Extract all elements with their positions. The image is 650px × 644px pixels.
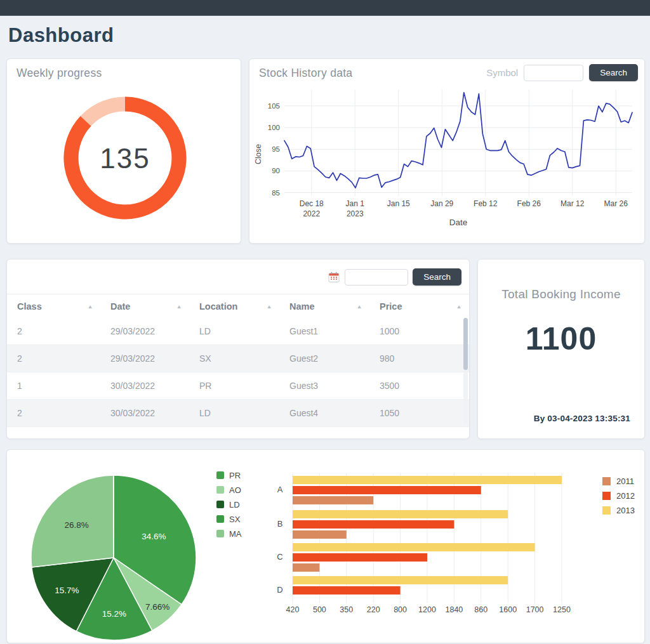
table-row[interactable]: 229/03/2022LDGuest11000 xyxy=(7,318,469,345)
stock-history-card: Stock History data Symbol Search Dec 182… xyxy=(249,58,645,244)
svg-text:2022: 2022 xyxy=(303,209,320,218)
sort-icon[interactable]: ▲ xyxy=(356,304,362,310)
income-value: 1100 xyxy=(478,320,644,357)
svg-text:Jan 1: Jan 1 xyxy=(346,199,365,208)
svg-text:2023: 2023 xyxy=(347,209,364,218)
bar-C-2011 xyxy=(293,563,319,572)
donut-value: 135 xyxy=(100,143,150,174)
svg-text:MA: MA xyxy=(229,529,242,539)
svg-text:Dec 18: Dec 18 xyxy=(300,199,324,208)
weekly-progress-card: Weekly progress 135 xyxy=(6,58,241,244)
income-title: Total Booking Income xyxy=(478,287,644,301)
svg-text:Feb 26: Feb 26 xyxy=(517,199,541,208)
svg-text:15.7%: 15.7% xyxy=(55,586,79,595)
class-distribution-pie-chart: 34.6%7.66%15.2%15.7%26.8%PRAOLDSXMA xyxy=(7,450,263,643)
column-header-label: Date xyxy=(110,301,130,312)
symbol-label: Symbol xyxy=(486,67,518,78)
bar-B-2013 xyxy=(293,510,508,518)
income-by-prefix: By xyxy=(534,414,545,423)
table-cell: Guest1 xyxy=(279,326,369,336)
table-cell: 980 xyxy=(369,353,469,364)
table-cell: 2 xyxy=(7,353,100,364)
svg-text:420: 420 xyxy=(286,605,300,614)
svg-text:2012: 2012 xyxy=(616,491,635,501)
svg-text:PR: PR xyxy=(229,471,241,480)
svg-text:7.66%: 7.66% xyxy=(145,602,169,612)
table-cell: 30/03/2022 xyxy=(100,408,189,418)
svg-text:LD: LD xyxy=(229,500,240,509)
svg-text:Feb 12: Feb 12 xyxy=(474,199,498,208)
table-cell: Guest3 xyxy=(279,381,369,391)
table-cell: Guest2 xyxy=(279,353,369,364)
symbol-input[interactable] xyxy=(524,65,583,81)
income-timestamp-value: 03-04-2023 13:35:31 xyxy=(547,414,630,423)
svg-text:85: 85 xyxy=(272,189,280,197)
sort-icon[interactable]: ▲ xyxy=(176,304,182,310)
table-header-row: Class▲Date▲Location▲Name▲Price▲ xyxy=(7,294,469,319)
svg-text:90: 90 xyxy=(272,167,280,174)
total-booking-income-card: Total Booking Income 1100 By 03-04-2023 … xyxy=(477,259,645,439)
column-header-price[interactable]: Price▲ xyxy=(369,301,469,312)
svg-text:Mar 12: Mar 12 xyxy=(560,199,585,208)
yearly-comparison-bar-chart: 42050035022080012001840860160017001250AB… xyxy=(261,450,644,643)
table-cell: 29/03/2022 xyxy=(100,353,189,364)
table-cell: 1050 xyxy=(369,408,469,418)
bar-C-2013 xyxy=(293,543,535,551)
svg-text:15.2%: 15.2% xyxy=(102,609,126,619)
bar-A-2013 xyxy=(293,476,562,484)
bar-A-2011 xyxy=(293,496,373,504)
table-row[interactable]: 230/03/2022LDGuest41050 xyxy=(7,400,469,427)
column-header-label: Class xyxy=(17,301,42,312)
table-cell: LD xyxy=(189,408,279,418)
svg-text:1200: 1200 xyxy=(418,605,436,614)
svg-text:C: C xyxy=(277,552,282,562)
sort-icon[interactable]: ▲ xyxy=(266,304,272,310)
column-header-label: Price xyxy=(380,301,402,312)
table-date-input[interactable] xyxy=(345,269,408,286)
table-scrollbar xyxy=(463,318,468,424)
weekly-progress-title: Weekly progress xyxy=(17,67,102,80)
bar-B-2012 xyxy=(293,520,454,529)
column-header-date[interactable]: Date▲ xyxy=(100,301,189,312)
column-header-name[interactable]: Name▲ xyxy=(279,301,369,312)
table-cell: LD xyxy=(189,326,279,336)
weekly-progress-donut-chart: 135 xyxy=(7,82,241,240)
sort-icon[interactable]: ▲ xyxy=(456,304,461,310)
table-cell: PR xyxy=(189,381,279,391)
svg-text:1600: 1600 xyxy=(499,605,517,614)
column-header-class[interactable]: Class▲ xyxy=(7,301,100,312)
column-header-label: Name xyxy=(289,301,315,312)
column-header-location[interactable]: Location▲ xyxy=(189,301,279,312)
svg-text:800: 800 xyxy=(394,605,407,614)
table-search-button[interactable]: Search xyxy=(413,268,461,286)
table-cell: 3500 xyxy=(369,381,469,391)
svg-text:Close: Close xyxy=(254,144,263,164)
bottom-charts-card: 34.6%7.66%15.2%15.7%26.8%PRAOLDSXMA 4205… xyxy=(6,449,645,643)
bookings-table-card: Search Class▲Date▲Location▲Name▲Price▲ 2… xyxy=(6,259,470,439)
svg-text:100: 100 xyxy=(268,124,280,131)
calendar-icon[interactable] xyxy=(328,271,340,284)
svg-text:1700: 1700 xyxy=(526,605,544,614)
stock-history-title: Stock History data xyxy=(259,67,352,80)
svg-text:105: 105 xyxy=(268,102,280,110)
svg-text:34.6%: 34.6% xyxy=(142,532,166,541)
table-row[interactable]: 229/03/2022SXGuest2980 xyxy=(7,345,469,372)
svg-text:95: 95 xyxy=(272,145,280,153)
bar-D-2012 xyxy=(293,586,401,595)
page-title: Dashboard xyxy=(8,24,114,47)
stock-search-button[interactable]: Search xyxy=(589,64,638,81)
svg-text:26.8%: 26.8% xyxy=(65,520,89,530)
table-cell: 29/03/2022 xyxy=(100,326,189,336)
table-cell: 1000 xyxy=(369,326,469,336)
sort-icon[interactable]: ▲ xyxy=(87,304,93,310)
svg-text:Date: Date xyxy=(449,218,468,227)
scrollbar-thumb[interactable] xyxy=(463,318,468,370)
table-cell: 30/03/2022 xyxy=(100,381,189,391)
svg-text:1250: 1250 xyxy=(553,605,571,614)
svg-text:350: 350 xyxy=(340,605,353,614)
calendar-icon-glyph xyxy=(328,272,340,283)
top-navbar xyxy=(0,0,650,16)
table-cell: SX xyxy=(189,353,279,364)
bar-D-2013 xyxy=(293,576,508,584)
table-row[interactable]: 130/03/2022PRGuest33500 xyxy=(7,372,469,400)
